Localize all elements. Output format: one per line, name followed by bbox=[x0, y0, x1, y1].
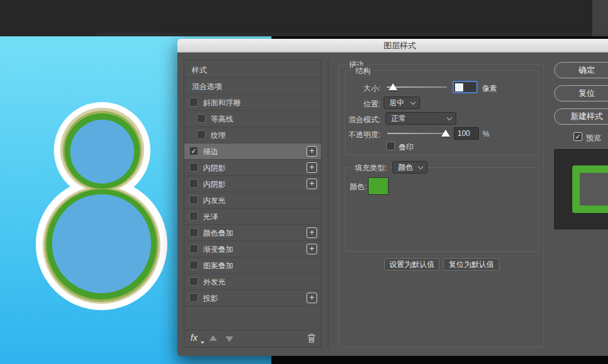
sidebar-item-label: 投影 bbox=[203, 293, 218, 304]
sidebar-item-label: 斜面和浮雕 bbox=[203, 98, 241, 108]
checkbox-unchecked[interactable] bbox=[189, 244, 198, 253]
size-unit-label: 像素 bbox=[482, 83, 497, 94]
sidebar-item-satin[interactable]: 光泽 bbox=[184, 209, 321, 225]
style-preview-thumbnail bbox=[554, 149, 608, 229]
overprint-label: 叠印 bbox=[399, 142, 414, 153]
opacity-input[interactable]: 100 bbox=[454, 127, 479, 140]
sidebar-item-label: 光泽 bbox=[203, 212, 218, 222]
add-effect-button[interactable]: + bbox=[307, 179, 317, 189]
position-label: 位置: bbox=[334, 99, 380, 110]
new-style-button[interactable]: 新建样式 bbox=[554, 108, 608, 125]
reset-default-button[interactable]: 复位为默认值 bbox=[443, 258, 500, 271]
sidebar-item-gradient-overlay[interactable]: 渐变叠加 + bbox=[184, 241, 321, 257]
color-label: 颜色: bbox=[332, 182, 367, 192]
add-effect-button[interactable]: + bbox=[307, 227, 317, 238]
sidebar-item-stroke[interactable]: ✓ 描边 + bbox=[184, 143, 321, 160]
move-up-icon[interactable] bbox=[209, 335, 217, 341]
size-label: 大小: bbox=[334, 83, 380, 94]
dialog-title: 图层样式 bbox=[177, 39, 608, 53]
sidebar-item-blending-options[interactable]: 混合选项 bbox=[184, 78, 321, 95]
opacity-slider-track[interactable] bbox=[387, 133, 448, 134]
checkbox-unchecked[interactable] bbox=[189, 195, 198, 204]
app-top-bar bbox=[0, 0, 608, 36]
preview-checkbox-checked[interactable]: ✓ bbox=[574, 132, 582, 141]
sidebar-item-bevel-emboss[interactable]: 斜面和浮雕 bbox=[184, 95, 321, 111]
sidebar-item-label: 渐变叠加 bbox=[203, 244, 233, 255]
checkbox-unchecked[interactable] bbox=[189, 163, 198, 172]
checkbox-unchecked[interactable] bbox=[189, 261, 198, 269]
sidebar-item-label: 颜色叠加 bbox=[203, 228, 233, 239]
sidebar-item-label: 纹理 bbox=[211, 130, 226, 141]
checkbox-unchecked[interactable] bbox=[197, 130, 206, 139]
right-panel-edge bbox=[592, 0, 608, 36]
add-effect-button[interactable]: + bbox=[307, 162, 317, 173]
sidebar-item-color-overlay[interactable]: 颜色叠加 + bbox=[184, 225, 321, 241]
size-slider-thumb[interactable] bbox=[389, 83, 397, 90]
chevron-down-icon bbox=[447, 115, 452, 120]
checkbox-unchecked[interactable] bbox=[189, 98, 198, 107]
blend-mode-label: 混合模式: bbox=[332, 115, 380, 125]
add-effect-button[interactable]: + bbox=[307, 146, 317, 157]
preview-label: 预览 bbox=[586, 133, 601, 143]
set-default-button[interactable]: 设置为默认值 bbox=[384, 258, 439, 271]
checkbox-checked[interactable]: ✓ bbox=[189, 147, 198, 155]
ok-button[interactable]: 确定 bbox=[554, 62, 608, 78]
dialog-titlebar[interactable]: 图层样式 bbox=[177, 39, 608, 53]
add-effect-button[interactable]: + bbox=[307, 293, 317, 303]
blend-mode-select[interactable]: 正常 bbox=[385, 112, 456, 125]
checkbox-unchecked[interactable] bbox=[189, 293, 198, 302]
sidebar-item-label: 内阴影 bbox=[203, 179, 226, 190]
sidebar-item-label: 内阴影 bbox=[203, 163, 226, 174]
photoshop-screen: 图层样式 样式 混合选项 斜面和浮雕 等高线 bbox=[0, 0, 608, 364]
reset-button[interactable]: 复位 bbox=[554, 85, 608, 101]
sidebar-item-label: 混合选项 bbox=[192, 81, 222, 92]
sidebar-item-inner-glow[interactable]: 内发光 bbox=[184, 192, 321, 209]
checkbox-unchecked[interactable] bbox=[189, 179, 198, 188]
styles-list-panel: 样式 混合选项 斜面和浮雕 等高线 纹理 ✓ bbox=[184, 60, 322, 348]
checkbox-unchecked[interactable] bbox=[197, 114, 206, 123]
chevron-down-icon bbox=[411, 100, 416, 105]
sidebar-item-label: 内发光 bbox=[203, 195, 226, 206]
sidebar-item-pattern-overlay[interactable]: 图案叠加 bbox=[184, 257, 321, 274]
sidebar-item-contour[interactable]: 等高线 bbox=[184, 111, 321, 127]
sidebar-item-label: 外发光 bbox=[203, 277, 226, 288]
sidebar-item-label: 图案叠加 bbox=[203, 261, 233, 271]
position-value: 居中 bbox=[389, 98, 404, 107]
sidebar-item-label: 样式 bbox=[192, 65, 207, 76]
sidebar-item-texture[interactable]: 纹理 bbox=[184, 127, 321, 143]
blend-mode-value: 正常 bbox=[391, 114, 406, 123]
checkbox-unchecked[interactable] bbox=[189, 228, 198, 237]
position-select[interactable]: 居中 bbox=[384, 96, 420, 109]
sidebar-item-styles[interactable]: 样式 bbox=[184, 62, 321, 78]
overprint-checkbox[interactable] bbox=[386, 142, 395, 150]
fill-type-label: 填充类型: bbox=[352, 163, 389, 174]
checkbox-unchecked[interactable] bbox=[189, 277, 198, 286]
fill-type-value: 颜色 bbox=[398, 163, 413, 172]
sidebar-item-inner-shadow-2[interactable]: 内阴影 + bbox=[184, 176, 321, 192]
sidebar-item-outer-glow[interactable]: 外发光 bbox=[184, 274, 321, 290]
panel-divider bbox=[328, 60, 328, 348]
checkbox-unchecked[interactable] bbox=[189, 212, 198, 221]
stroke-color-swatch[interactable] bbox=[368, 177, 389, 195]
move-down-icon[interactable] bbox=[226, 336, 233, 342]
size-input[interactable] bbox=[453, 81, 478, 93]
opacity-value: 100 bbox=[458, 129, 470, 138]
chevron-down-icon bbox=[418, 164, 423, 169]
sidebar-item-drop-shadow[interactable]: 投影 + bbox=[184, 290, 321, 306]
structure-group-title: 结构 bbox=[353, 66, 373, 76]
trash-icon[interactable] bbox=[307, 333, 316, 343]
fx-menu-caret-icon bbox=[201, 341, 204, 344]
fill-type-select[interactable]: 颜色 bbox=[392, 161, 427, 174]
fx-icon[interactable]: fx bbox=[191, 333, 197, 343]
effects-toolbar: fx bbox=[184, 330, 321, 347]
styles-list: 样式 混合选项 斜面和浮雕 等高线 纹理 ✓ bbox=[184, 62, 321, 306]
sidebar-item-inner-shadow-1[interactable]: 内阴影 + bbox=[184, 160, 321, 176]
size-text-selection bbox=[455, 83, 463, 91]
add-effect-button[interactable]: + bbox=[307, 244, 317, 254]
opacity-label: 不透明度: bbox=[332, 130, 380, 140]
sidebar-item-label: 等高线 bbox=[211, 114, 233, 125]
layer-style-dialog: 图层样式 样式 混合选项 斜面和浮雕 等高线 bbox=[177, 39, 608, 356]
preview-stroke-square bbox=[572, 165, 608, 213]
opacity-slider-thumb[interactable] bbox=[441, 130, 450, 137]
sidebar-item-label: 描边 bbox=[203, 147, 218, 157]
